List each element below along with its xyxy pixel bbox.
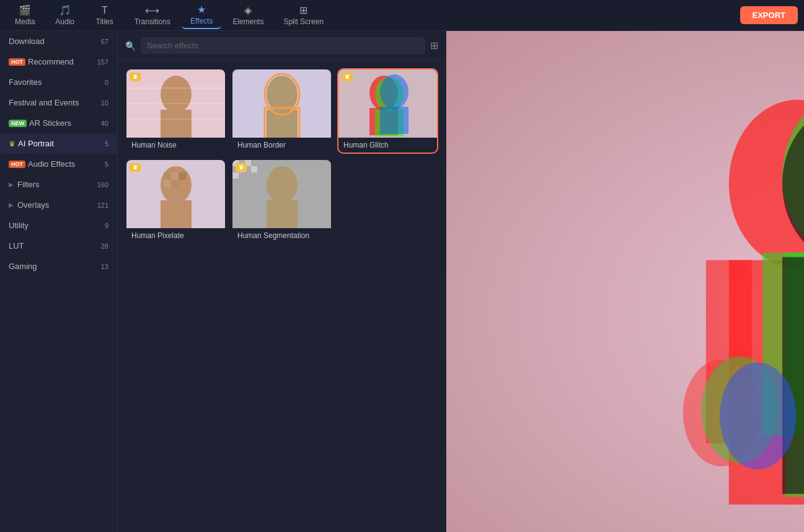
effect-card-human-segmentation[interactable]: ♛ Human Segmentation [232,160,331,243]
nav-audio[interactable]: 🎵 Audio [46,2,84,29]
crown-badge-human-pixelate: ♛ [130,163,141,172]
crown-badge-human-noise: ♛ [130,73,141,81]
svg-rect-20 [161,200,192,228]
svg-rect-24 [164,180,171,187]
titles-icon: T [102,5,108,16]
effect-thumb-human-border [232,69,331,138]
sidebar-item-audio-effects[interactable]: HOT Audio Effects 5 [0,154,117,174]
nav-split-screen[interactable]: ⊞ Split Screen [275,2,332,29]
svg-point-1 [161,76,192,113]
svg-rect-25 [171,180,179,187]
effects-panel: 🔍 ⊞ ♛ Human N [118,31,446,532]
sidebar-item-filters[interactable]: ▶ Filters 160 [0,174,117,195]
human-noise-preview [126,69,225,138]
svg-rect-21 [164,172,171,180]
crown-badge-human-segmentation: ♛ [236,163,247,172]
sidebar-item-recommend[interactable]: HOT Recommend 157 [0,51,117,72]
svg-rect-2 [161,110,192,138]
human-border-preview [232,69,331,138]
sidebar-item-gaming[interactable]: Gaming 13 [0,256,117,277]
export-button[interactable]: EXPORT [740,6,798,24]
media-icon: 🎬 [19,4,31,16]
preview-video [446,31,804,532]
effect-label-human-pixelate: Human Pixelate [126,228,225,243]
nav-titles[interactable]: T Titles [86,2,123,29]
svg-rect-31 [232,172,239,179]
preview-image-area [446,31,804,532]
search-icon: 🔍 [125,41,136,51]
expand-icon2: ▶ [9,202,14,208]
transitions-icon: ⟷ [145,4,159,16]
effect-label-human-segmentation: Human Segmentation [232,228,331,243]
effect-thumb-human-pixelate: ♛ [126,160,225,228]
svg-rect-23 [179,172,186,180]
nav-elements[interactable]: ◈ Elements [224,2,272,29]
effect-card-human-noise[interactable]: ♛ Human Noise [126,69,225,153]
effect-thumb-human-noise: ♛ [126,69,225,138]
effect-thumb-human-glitch: ♛ [338,69,437,138]
search-input[interactable] [141,37,425,54]
svg-point-32 [267,166,298,203]
svg-point-16 [380,74,409,109]
new-tag: NEW [9,120,27,127]
search-bar: 🔍 ⊞ [118,31,446,61]
effect-thumb-human-segmentation: ♛ [232,160,331,228]
sidebar-item-favorites[interactable]: Favorites 0 [0,72,117,92]
effect-label-human-glitch: Human Glitch [338,138,437,153]
effect-label-human-noise: Human Noise [126,138,225,153]
nav-effects[interactable]: ★ Effects [182,1,221,29]
human-pixelate-preview [126,160,225,228]
sidebar-item-ai-portrait[interactable]: ♛ AI Portrait 5 [0,133,117,154]
grid-toggle-button[interactable]: ⊞ [430,40,438,51]
human-segmentation-preview [232,160,331,228]
sidebar-item-overlays[interactable]: ▶ Overlays 121 [0,195,117,215]
svg-rect-22 [171,172,179,180]
main-area: Download 67 HOT Recommend 157 Favorites … [0,31,804,532]
preview-panel: { } 00:00:08:05 ⏮ ⏪ ▶ ⏹ ⏭ Full [446,31,804,532]
crown-icon: ♛ [9,140,15,148]
audio-icon: 🎵 [59,4,71,16]
effects-grid: ♛ Human Noise Human Border [118,61,446,252]
hot-tag: HOT [9,58,25,66]
svg-point-51 [720,363,796,469]
human-glitch-preview [338,69,437,138]
effects-icon: ★ [197,4,206,16]
sidebar-item-lut[interactable]: LUT 28 [0,236,117,256]
crown-badge-human-glitch: ♛ [342,73,353,81]
effect-card-human-glitch[interactable]: ♛ Human Glitch [338,69,437,153]
preview-glitch-svg [446,31,804,532]
top-nav: 🎬 Media 🎵 Audio T Titles ⟷ Transitions ★… [0,0,804,31]
split-screen-icon: ⊞ [299,4,307,16]
svg-rect-33 [267,200,298,228]
sidebar: Download 67 HOT Recommend 157 Favorites … [0,31,118,532]
elements-icon: ◈ [244,4,252,16]
sidebar-item-utility[interactable]: Utility 9 [0,215,117,236]
right-panel: { } 00:00:08:05 ⏮ ⏪ ▶ ⏹ ⏭ Full [446,31,804,532]
sidebar-item-download[interactable]: Download 67 [0,31,117,51]
svg-rect-48 [782,257,804,494]
effect-card-human-pixelate[interactable]: ♛ Human Pixelate [126,160,225,243]
nav-transitions[interactable]: ⟷ Transitions [126,2,179,29]
effect-card-human-border[interactable]: Human Border [232,69,331,153]
nav-media[interactable]: 🎬 Media [6,2,44,29]
expand-icon: ▶ [9,181,14,188]
svg-rect-17 [380,107,409,134]
hot-tag2: HOT [9,161,25,168]
effect-label-human-border: Human Border [232,138,331,153]
svg-rect-30 [251,166,257,172]
sidebar-item-ar-stickers[interactable]: NEW AR Stickers 40 [0,113,117,133]
sidebar-item-festival-events[interactable]: Festival and Events 10 [0,92,117,113]
